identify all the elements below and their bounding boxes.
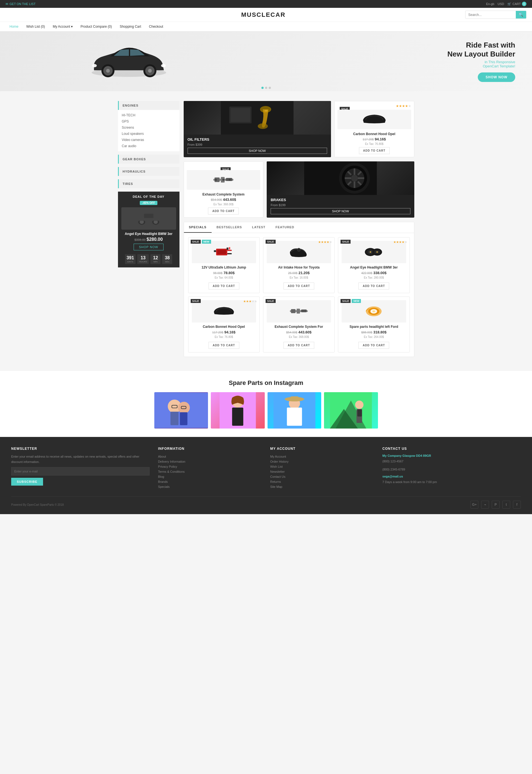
brakes-shop-btn[interactable]: SHOP NOW — [271, 208, 410, 214]
sidebar-link-caraudio[interactable]: Car audio — [122, 143, 176, 149]
product-3-add-cart-button[interactable]: ADD TO CART — [358, 282, 389, 289]
nav-product-compare[interactable]: Product Compare (0) — [77, 22, 116, 31]
subscribe-button[interactable]: SUBSCRIBE — [11, 478, 43, 486]
hero-dot-3[interactable] — [269, 87, 271, 89]
social-pinterest-icon[interactable]: P — [492, 501, 500, 509]
email-icon: ✉ — [6, 2, 8, 6]
nav-wish-list[interactable]: Wish List (0) — [22, 22, 49, 31]
svg-rect-17 — [231, 108, 250, 122]
language-selector[interactable]: En-gb — [486, 2, 494, 6]
cart-icon-wrap[interactable]: 🛒 CART 0 — [507, 2, 526, 6]
carbon-bonnet-add-cart-button[interactable]: ADD TO CART — [359, 147, 390, 154]
svg-point-68 — [178, 402, 190, 414]
top-bar-left[interactable]: ✉ GET ON THE LIST — [6, 2, 36, 6]
instagram-item-3[interactable] — [268, 392, 321, 429]
svg-point-19 — [258, 123, 268, 129]
footer-information-links: About Delivery Information Privacy Polic… — [158, 454, 262, 489]
header: MUSCLECAR 🔍 — [0, 8, 532, 22]
oil-filters-title: OIL FILTERS — [184, 134, 331, 143]
sidebar-link-hitech[interactable]: HI-TECH — [122, 112, 176, 118]
nav-shopping-cart[interactable]: Shopping Cart — [116, 22, 145, 31]
nav-my-account[interactable]: My Account ▾ — [49, 22, 77, 31]
product-6-add-cart-button[interactable]: ADD TO CART — [358, 342, 389, 349]
hero-dot-2[interactable] — [265, 87, 267, 89]
footer-social: G+ ⌁ P t f — [470, 501, 521, 509]
footer-copyright: Powered By OpenCart SpareParts © 2018 — [11, 503, 64, 506]
sidebar-gearboxes-title[interactable]: GEAR BOXES — [118, 155, 179, 164]
brakes-banner: BRAKES From $199 SHOP NOW — [267, 161, 414, 218]
svg-rect-86 — [357, 410, 362, 417]
social-rss-icon[interactable]: ⌁ — [481, 501, 489, 509]
sidebar-hydraulics-title[interactable]: HYDRAULICS — [118, 167, 179, 176]
tab-specials[interactable]: SPECIALS — [184, 222, 212, 233]
svg-rect-80 — [287, 408, 302, 426]
sidebar-engines-title[interactable]: ENGINES — [118, 101, 179, 110]
product-4-add-cart-button[interactable]: ADD TO CART — [209, 342, 239, 349]
product-1-add-cart-button[interactable]: ADD TO CART — [209, 282, 239, 289]
footer-link-privacy[interactable]: Privacy Policy — [158, 464, 262, 469]
social-twitter-icon[interactable]: t — [502, 501, 510, 509]
countdown-min: 12 MIN — [150, 254, 160, 264]
sidebar-link-gps[interactable]: GPS — [122, 118, 176, 124]
nav-checkout[interactable]: Checkout — [145, 22, 167, 31]
footer-email-input[interactable] — [11, 467, 150, 476]
product-2-add-cart-button[interactable]: ADD TO CART — [283, 282, 314, 289]
sidebar-link-loudspeakers[interactable]: Loud speakers — [122, 131, 176, 137]
product-6-prices: $88.00$ 318.80$ — [342, 330, 406, 334]
tab-featured[interactable]: FEATURED — [271, 222, 299, 233]
product-3-name: Angel Eye Headlight BMW 3er — [342, 265, 406, 269]
footer-link-brands[interactable]: Brands — [158, 479, 262, 484]
hero-heading: Ride Fast with New Layout Builder — [447, 41, 515, 58]
product-5-add-cart-button[interactable]: ADD TO CART — [283, 342, 314, 349]
site-logo[interactable]: MUSCLECAR — [241, 11, 286, 18]
search-button[interactable]: 🔍 — [516, 11, 526, 18]
footer-link-terms[interactable]: Terms & Conditions — [158, 469, 262, 474]
footer-myaccount-links: My Account Order History Wish List Newsl… — [270, 454, 374, 489]
sidebar-hydraulics: HYDRAULICS — [118, 167, 179, 176]
search-input[interactable] — [465, 11, 516, 18]
sidebar-link-screens[interactable]: Screens — [122, 124, 176, 131]
deal-price-new: $280.00 — [146, 237, 163, 242]
oil-filters-shop-btn[interactable]: SHOP NOW — [188, 148, 327, 154]
svg-point-27 — [229, 179, 231, 181]
product-5-image — [267, 300, 331, 322]
instagram-item-2[interactable] — [211, 392, 265, 429]
product-1-new-badge: NEW — [202, 240, 211, 244]
product-card-4: SALE ★★★★★ Carbon Bonnet Hood Opel 117.2… — [188, 296, 260, 352]
footer-link-newsletter[interactable]: Newsletter — [270, 469, 374, 474]
sidebar-tires: TIRES — [118, 179, 179, 188]
social-google-icon[interactable]: G+ — [470, 501, 478, 509]
footer-link-delivery[interactable]: Delivery Information — [158, 459, 262, 464]
exhaust-add-cart-button[interactable]: ADD TO CART — [208, 207, 239, 214]
instagram-item-1[interactable] — [154, 392, 208, 429]
get-on-list-link[interactable]: GET ON THE LIST — [10, 2, 36, 6]
social-facebook-icon[interactable]: f — [513, 501, 521, 509]
footer-link-returns[interactable]: Returns — [270, 479, 374, 484]
hero-dot-1[interactable] — [261, 87, 264, 89]
sidebar-link-videocameras[interactable]: Video cameras — [122, 137, 176, 143]
sidebar-tires-title[interactable]: TIRES — [118, 179, 179, 188]
footer-link-contactus[interactable]: Contact Us — [270, 474, 374, 479]
nav-home[interactable]: Home — [6, 22, 22, 31]
exhaust-prices: $54.00$ 443.60$ — [211, 197, 236, 202]
product-5-tax: Ex Tax: 368.00$ — [267, 335, 331, 338]
footer-link-wishlist[interactable]: Wish List — [270, 464, 374, 469]
footer-link-myaccount[interactable]: My Account — [270, 454, 374, 459]
product-1-sale-badge: SALE — [191, 240, 201, 244]
deal-shop-now-button[interactable]: SHOP NOW — [134, 244, 164, 250]
footer-link-about[interactable]: About — [158, 454, 262, 459]
svg-point-20 — [264, 110, 268, 112]
currency-selector[interactable]: USD — [498, 2, 504, 6]
footer-link-specials[interactable]: Specials — [158, 484, 262, 489]
footer-contact-hours: 7 Days a week from 9:00 am to 7:00 pm — [382, 480, 521, 485]
product-4-image — [192, 300, 256, 322]
brakes-sub: From $199 — [267, 203, 414, 208]
product-2-stars: ★★★★★ — [318, 240, 332, 244]
show-now-button[interactable]: SHOW NOW — [478, 72, 515, 82]
tab-bestsellers[interactable]: BESTSELLERS — [212, 222, 247, 233]
footer-link-sitemap[interactable]: Site Map — [270, 484, 374, 489]
footer-link-orderhistory[interactable]: Order History — [270, 459, 374, 464]
footer-link-blog[interactable]: Blog — [158, 474, 262, 479]
tab-latest[interactable]: LATEST — [247, 222, 271, 233]
instagram-item-4[interactable] — [324, 392, 378, 429]
